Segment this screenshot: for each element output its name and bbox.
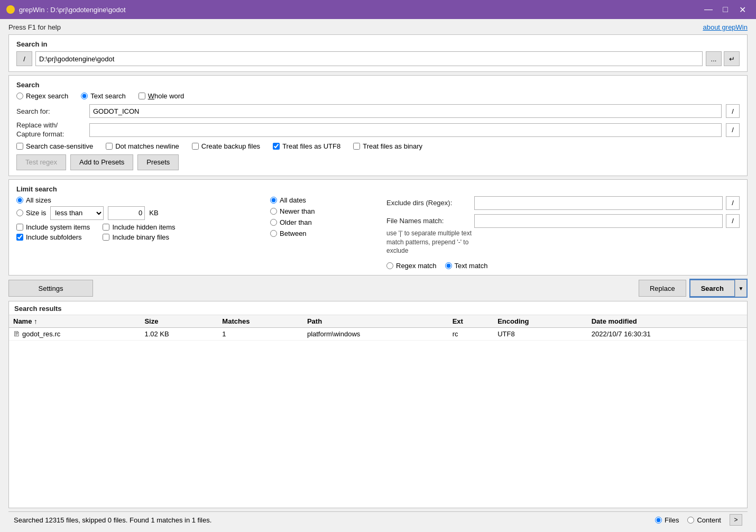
test-regex-button[interactable]: Test regex: [16, 154, 66, 170]
add-presets-button[interactable]: Add to Presets: [70, 154, 133, 170]
exclude-dirs-input[interactable]: [474, 196, 723, 210]
older-than-input[interactable]: [270, 219, 277, 226]
text-search-radio[interactable]: Text search: [81, 92, 125, 100]
include-subfolders-checkbox[interactable]: Include subfolders: [16, 233, 82, 241]
exclude-dirs-row: Exclude dirs (Regex): /: [386, 196, 740, 210]
older-than-radio[interactable]: Older than: [270, 218, 376, 226]
minimize-button[interactable]: —: [701, 3, 716, 16]
include-binary-row[interactable]: Include binary files: [103, 233, 175, 241]
files-radio-input[interactable]: [655, 517, 662, 524]
search-btn-wrapper: Search ▼: [689, 279, 748, 298]
exclude-dirs-label: Exclude dirs (Regex):: [386, 199, 471, 207]
utf8-input[interactable]: [273, 143, 280, 150]
about-link[interactable]: about grepWin: [703, 23, 748, 31]
newer-than-label: Newer than: [280, 207, 315, 215]
newer-than-input[interactable]: [270, 208, 277, 215]
maximize-button[interactable]: □: [718, 3, 733, 16]
file-names-row: File Names match: /: [386, 214, 740, 228]
binary-input[interactable]: [353, 143, 360, 150]
include-system-row[interactable]: Include system items: [16, 223, 90, 231]
path-input[interactable]: [35, 51, 703, 66]
utf8-checkbox[interactable]: Treat files as UTF8: [273, 142, 340, 150]
files-radio[interactable]: Files: [655, 516, 679, 524]
text-radio-input[interactable]: [81, 93, 88, 99]
all-sizes-radio[interactable]: All sizes: [16, 196, 51, 204]
include-hidden-input[interactable]: [103, 224, 109, 231]
backup-files-input[interactable]: [192, 143, 199, 150]
status-right: Files Content >: [655, 514, 742, 526]
file-names-input[interactable]: [474, 214, 723, 228]
cell-encoding: UTF8: [493, 328, 587, 341]
table-row[interactable]: 🖹godot_res.rc 1.02 KB 1 platform\windows…: [9, 328, 747, 341]
include-binary-input[interactable]: [103, 234, 109, 241]
all-dates-radio[interactable]: All dates: [270, 196, 376, 204]
utf8-label: Treat files as UTF8: [282, 142, 340, 150]
regex-match-input[interactable]: [386, 262, 393, 269]
file-names-desc: use '|' to separate multiple textmatch p…: [386, 229, 740, 255]
content-radio[interactable]: Content: [687, 516, 721, 524]
size-is-label: Size is: [26, 209, 46, 217]
main-content: Press F1 for help about grepWin Search i…: [0, 19, 756, 532]
include-hidden-row[interactable]: Include hidden items: [103, 223, 175, 231]
dot-newline-checkbox[interactable]: Dot matches newline: [106, 142, 179, 150]
close-button[interactable]: ✕: [735, 3, 750, 16]
search-slash-btn[interactable]: /: [726, 104, 740, 118]
newer-than-radio[interactable]: Newer than: [270, 207, 376, 215]
between-radio[interactable]: Between: [270, 230, 376, 237]
slash-path-button[interactable]: /: [16, 51, 32, 66]
size-is-input[interactable]: [16, 209, 23, 216]
nav-next-button[interactable]: >: [730, 514, 742, 526]
case-sensitive-input[interactable]: [16, 143, 23, 150]
cell-matches: 1: [218, 328, 303, 341]
replace-slash-btn[interactable]: /: [726, 123, 740, 137]
include-hidden-checkbox[interactable]: Include hidden items: [103, 223, 175, 231]
older-than-label: Older than: [280, 218, 312, 226]
cell-ext: rc: [448, 328, 494, 341]
binary-checkbox[interactable]: Treat files as binary: [353, 142, 422, 150]
all-sizes-input[interactable]: [16, 197, 23, 204]
results-table: Name ↑ Size Matches Path Ext Encoding Da…: [9, 315, 747, 341]
regex-search-radio[interactable]: Regex search: [16, 92, 68, 100]
include-hidden-label: Include hidden items: [112, 223, 175, 231]
replace-button[interactable]: Replace: [639, 280, 686, 297]
settings-button[interactable]: Settings: [8, 280, 93, 297]
dot-newline-input[interactable]: [106, 143, 113, 150]
all-sizes-row: All sizes: [16, 196, 260, 204]
search-label: Search: [16, 81, 740, 89]
whole-word-input[interactable]: [139, 93, 145, 99]
size-value-input[interactable]: [108, 206, 145, 220]
size-is-radio[interactable]: Size is: [16, 209, 46, 217]
case-sensitive-checkbox[interactable]: Search case-sensitive: [16, 142, 93, 150]
search-dropdown-button[interactable]: ▼: [735, 280, 746, 297]
include-system-checkbox[interactable]: Include system items: [16, 223, 90, 231]
title-bar: grepWin : D:\prj\godotengine\godot — □ ✕: [0, 0, 756, 19]
between-input[interactable]: [270, 230, 277, 237]
replace-input[interactable]: [89, 123, 722, 137]
include-binary-checkbox[interactable]: Include binary files: [103, 233, 169, 241]
dot-newline-label: Dot matches newline: [115, 142, 179, 150]
col-date: Date modified: [587, 315, 747, 328]
content-radio-input[interactable]: [687, 517, 694, 524]
include-subfolders-input[interactable]: [16, 234, 23, 241]
regex-radio-input[interactable]: [16, 93, 23, 99]
text-match-input[interactable]: [445, 262, 452, 269]
regex-match-radio[interactable]: Regex match: [386, 262, 437, 270]
backup-files-checkbox[interactable]: Create backup files: [192, 142, 260, 150]
presets-button[interactable]: Presets: [137, 154, 179, 170]
whole-word-checkbox[interactable]: Whole word: [139, 92, 185, 100]
size-compare-select[interactable]: less than greater than: [50, 206, 104, 220]
all-dates-input[interactable]: [270, 197, 277, 204]
dots-button[interactable]: ...: [706, 51, 722, 66]
search-in-row: / ... ↵: [16, 51, 740, 66]
exclude-dirs-slash-btn[interactable]: /: [726, 196, 740, 210]
search-for-input[interactable]: [89, 104, 722, 118]
col-matches: Matches: [218, 315, 303, 328]
text-match-radio[interactable]: Text match: [445, 262, 488, 270]
file-names-slash-btn[interactable]: /: [726, 214, 740, 228]
search-button[interactable]: Search: [690, 280, 735, 297]
cell-name: 🖹godot_res.rc: [9, 328, 140, 341]
include-system-input[interactable]: [16, 224, 23, 231]
arrow-button[interactable]: ↵: [724, 51, 740, 66]
search-type-row: Regex search Text search Whole word: [16, 92, 740, 100]
include-subfolders-row[interactable]: Include subfolders: [16, 233, 90, 241]
